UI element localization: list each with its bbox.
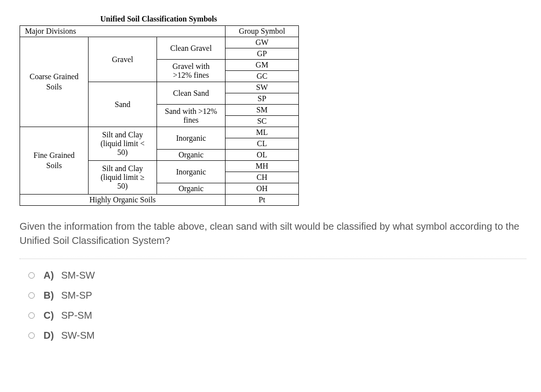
sym-mh: MH bbox=[225, 161, 299, 172]
major-coarse: Coarse Grained Soils bbox=[20, 37, 89, 127]
sym-oh: OH bbox=[225, 183, 299, 195]
major-fine: Fine Grained Soils bbox=[20, 127, 89, 195]
sub-highll: Silt and Clay (liquid limit ≥ 50) bbox=[89, 161, 157, 195]
question-text: Given the information from the table abo… bbox=[20, 219, 526, 248]
option-c[interactable]: C) SP-SM bbox=[28, 310, 526, 321]
sym-ol: OL bbox=[225, 150, 299, 161]
radio-icon[interactable] bbox=[28, 272, 35, 279]
sub2-highll-org: Organic bbox=[157, 183, 225, 195]
divider bbox=[20, 259, 526, 259]
option-text: SM-SP bbox=[61, 290, 92, 301]
sym-gw: GW bbox=[225, 37, 299, 48]
option-b[interactable]: B) SM-SP bbox=[28, 290, 526, 301]
sym-ml: ML bbox=[225, 127, 299, 138]
option-letter: A) bbox=[44, 270, 56, 281]
option-text: SP-SM bbox=[61, 310, 92, 321]
sub-lowll: Silt and Clay (liquid limit < 50) bbox=[89, 127, 157, 161]
organic-soils-label: Highly Organic Soils bbox=[20, 195, 225, 206]
classification-table: Major Divisions Group Symbol Coarse Grai… bbox=[20, 25, 299, 206]
sym-gm: GM bbox=[225, 60, 299, 71]
option-letter: D) bbox=[44, 330, 56, 341]
radio-icon[interactable] bbox=[28, 312, 35, 319]
header-group: Group Symbol bbox=[225, 26, 299, 37]
option-text: SW-SM bbox=[61, 330, 95, 341]
sub2-lowll-inorg: Inorganic bbox=[157, 127, 225, 150]
sym-sm: SM bbox=[225, 105, 299, 116]
header-major: Major Divisions bbox=[20, 26, 225, 37]
sym-gp: GP bbox=[225, 48, 299, 60]
sym-sw: SW bbox=[225, 82, 299, 93]
sym-gc: GC bbox=[225, 71, 299, 82]
sym-pt: Pt bbox=[225, 195, 299, 206]
sub2-gravel-fines: Gravel with >12% fines bbox=[157, 60, 225, 82]
option-d[interactable]: D) SW-SM bbox=[28, 330, 526, 341]
sym-sc: SC bbox=[225, 116, 299, 127]
options-group: A) SM-SW B) SM-SP C) SP-SM D) SW-SM bbox=[28, 270, 526, 341]
sub-gravel: Gravel bbox=[89, 37, 157, 82]
sub2-highll-inorg: Inorganic bbox=[157, 161, 225, 183]
table-title: Unified Soil Classification Symbols bbox=[100, 15, 526, 23]
sym-cl: CL bbox=[225, 138, 299, 150]
sym-ch: CH bbox=[225, 172, 299, 183]
sub2-lowll-org: Organic bbox=[157, 150, 225, 161]
option-text: SM-SW bbox=[61, 270, 95, 281]
table-header-row: Major Divisions Group Symbol bbox=[20, 26, 299, 37]
sub2-clean-gravel: Clean Gravel bbox=[157, 37, 225, 60]
table-row: Coarse Grained Soils Gravel Clean Gravel… bbox=[20, 37, 299, 48]
option-a[interactable]: A) SM-SW bbox=[28, 270, 526, 281]
radio-icon[interactable] bbox=[28, 292, 35, 299]
radio-icon[interactable] bbox=[28, 332, 35, 339]
sub-sand: Sand bbox=[89, 82, 157, 127]
sub2-clean-sand: Clean Sand bbox=[157, 82, 225, 105]
option-letter: B) bbox=[44, 290, 56, 301]
option-letter: C) bbox=[44, 310, 56, 321]
sym-sp: SP bbox=[225, 93, 299, 105]
sub2-sand-fines: Sand with >12% fines bbox=[157, 105, 225, 127]
